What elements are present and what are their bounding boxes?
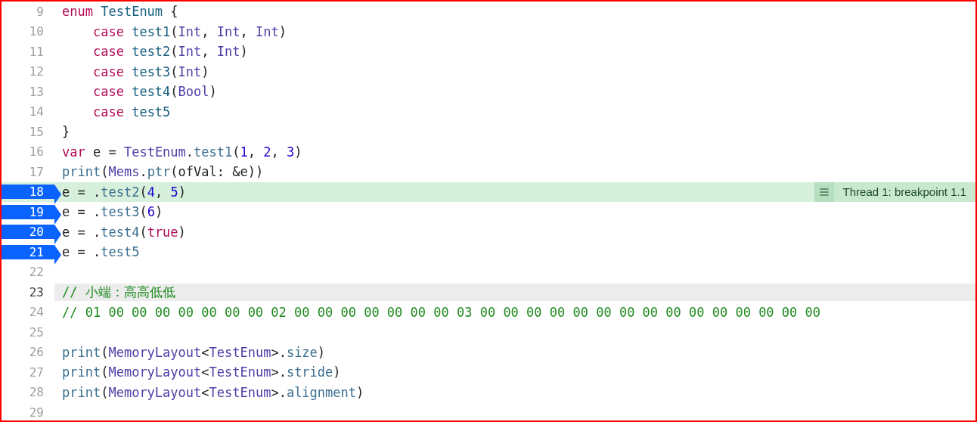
token: true xyxy=(147,225,178,240)
token xyxy=(62,44,93,59)
code-line-23[interactable]: 23// 小端：高高低低 xyxy=(2,282,975,302)
line-number[interactable]: 28 xyxy=(2,385,54,399)
code-line-16[interactable]: 16var e = TestEnum.test1(1, 2, 3) xyxy=(2,142,975,163)
line-number[interactable]: 9 xyxy=(2,5,54,19)
line-number[interactable]: 16 xyxy=(2,144,54,159)
token: , xyxy=(155,185,170,200)
token: ( xyxy=(170,24,178,39)
token: 5 xyxy=(170,185,178,200)
code-content[interactable]: case test3(Int) xyxy=(54,64,975,79)
token: >. xyxy=(271,345,286,360)
token: MemoryLayout xyxy=(108,385,201,400)
code-line-25[interactable]: 25 xyxy=(2,322,975,343)
token: . xyxy=(186,144,194,160)
code-content[interactable]: // 01 00 00 00 00 00 00 00 02 00 00 00 0… xyxy=(54,305,975,320)
code-content[interactable]: e = .test5 xyxy=(54,244,975,259)
line-number[interactable]: 12 xyxy=(2,64,54,79)
token xyxy=(124,104,132,119)
token: ( xyxy=(139,225,147,240)
code-line-20[interactable]: 20e = .test4(true) xyxy=(2,222,975,243)
token: test3 xyxy=(132,64,170,79)
token: e xyxy=(62,244,70,259)
code-line-9[interactable]: 9enum TestEnum { xyxy=(2,2,975,22)
token xyxy=(93,4,101,19)
token: )) xyxy=(248,164,263,179)
code-content[interactable]: var e = TestEnum.test1(1, 2, 3) xyxy=(54,144,975,160)
code-line-14[interactable]: 14 case test5 xyxy=(2,102,975,123)
code-line-24[interactable]: 24// 01 00 00 00 00 00 00 00 02 00 00 00… xyxy=(2,302,975,323)
token: test4 xyxy=(101,225,139,240)
code-content[interactable]: // 小端：高高低低 xyxy=(54,284,975,301)
token: ofVal xyxy=(178,164,217,179)
code-line-27[interactable]: 27print(MemoryLayout<TestEnum>.stride) xyxy=(2,362,975,383)
code-content[interactable]: enum TestEnum { xyxy=(54,4,975,19)
code-line-19[interactable]: 19e = .test3(6) xyxy=(2,202,975,222)
code-content[interactable]: print(MemoryLayout<TestEnum>.size) xyxy=(54,345,975,360)
token: Int xyxy=(217,24,240,39)
line-number[interactable]: 24 xyxy=(2,305,54,319)
token: Mems xyxy=(108,164,139,179)
code-line-26[interactable]: 26print(MemoryLayout<TestEnum>.size) xyxy=(2,343,975,363)
token: { xyxy=(163,4,178,19)
token: Int xyxy=(217,44,240,59)
breakpoint-marker[interactable]: 18 xyxy=(2,185,54,199)
token: stride xyxy=(287,365,333,380)
code-content[interactable]: print(MemoryLayout<TestEnum>.stride) xyxy=(54,365,975,380)
code-line-10[interactable]: 10 case test1(Int, Int, Int) xyxy=(2,22,975,42)
code-line-17[interactable]: 17print(Mems.ptr(ofVal: &e)) xyxy=(2,162,975,182)
token: , xyxy=(240,24,256,39)
code-content[interactable]: case test5 xyxy=(54,104,975,119)
token: 6 xyxy=(147,204,155,219)
line-number[interactable]: 23 xyxy=(2,285,54,299)
line-number[interactable]: 27 xyxy=(2,365,54,380)
token: test2 xyxy=(132,44,170,59)
line-number[interactable]: 10 xyxy=(2,24,54,39)
token: case xyxy=(93,84,124,99)
token: TestEnum xyxy=(209,365,271,380)
token xyxy=(124,44,132,59)
code-content[interactable]: case test4(Bool) xyxy=(54,84,975,99)
code-line-13[interactable]: 13 case test4(Bool) xyxy=(2,82,975,102)
line-number[interactable]: 14 xyxy=(2,104,54,119)
code-line-12[interactable]: 12 case test3(Int) xyxy=(2,62,975,82)
code-content[interactable]: case test1(Int, Int, Int) xyxy=(54,24,975,39)
token: ) xyxy=(178,185,186,200)
line-number[interactable]: 25 xyxy=(2,325,54,340)
line-number[interactable]: 11 xyxy=(2,45,54,59)
code-content[interactable]: e = .test3(6) xyxy=(54,204,975,219)
code-line-11[interactable]: 11 case test2(Int, Int) xyxy=(2,42,975,62)
code-content[interactable]: e = .test4(true) xyxy=(54,225,975,240)
token: : & xyxy=(217,164,240,179)
token: ) xyxy=(356,385,364,400)
code-line-28[interactable]: 28print(MemoryLayout<TestEnum>.alignment… xyxy=(2,383,975,403)
code-line-18[interactable]: 18e = .test2(4, 5)Thread 1: breakpoint 1… xyxy=(2,182,975,203)
code-content[interactable]: case test2(Int, Int) xyxy=(54,44,975,59)
breakpoint-marker[interactable]: 21 xyxy=(2,245,54,259)
line-number[interactable]: 29 xyxy=(2,405,54,420)
token: ) xyxy=(178,225,186,240)
code-line-22[interactable]: 22 xyxy=(2,262,975,283)
breakpoint-marker[interactable]: 20 xyxy=(2,225,54,239)
thread-badge[interactable]: Thread 1: breakpoint 1.1 xyxy=(814,182,975,203)
code-content[interactable]: print(MemoryLayout<TestEnum>.alignment) xyxy=(54,385,975,400)
token: < xyxy=(201,385,209,400)
code-content[interactable]: } xyxy=(54,124,975,139)
line-number[interactable]: 17 xyxy=(2,165,54,179)
code-content[interactable]: print(Mems.ptr(ofVal: &e)) xyxy=(54,164,975,179)
breakpoint-marker[interactable]: 19 xyxy=(2,205,54,219)
code-line-21[interactable]: 21e = .test5 xyxy=(2,242,975,262)
line-number[interactable]: 26 xyxy=(2,345,54,359)
line-number[interactable]: 22 xyxy=(2,265,54,279)
line-number[interactable]: 15 xyxy=(2,125,54,139)
token: print xyxy=(62,365,101,380)
code-line-15[interactable]: 15} xyxy=(2,122,975,142)
line-number[interactable]: 13 xyxy=(2,85,54,99)
code-line-29[interactable]: 29 xyxy=(2,402,975,420)
token: print xyxy=(62,164,101,179)
menu-icon[interactable] xyxy=(814,182,834,203)
token: Int xyxy=(256,24,279,39)
token: case xyxy=(93,104,124,119)
token: alignment xyxy=(287,385,356,400)
token: var xyxy=(62,144,85,160)
code-editor[interactable]: 9enum TestEnum {10 case test1(Int, Int, … xyxy=(2,2,975,420)
